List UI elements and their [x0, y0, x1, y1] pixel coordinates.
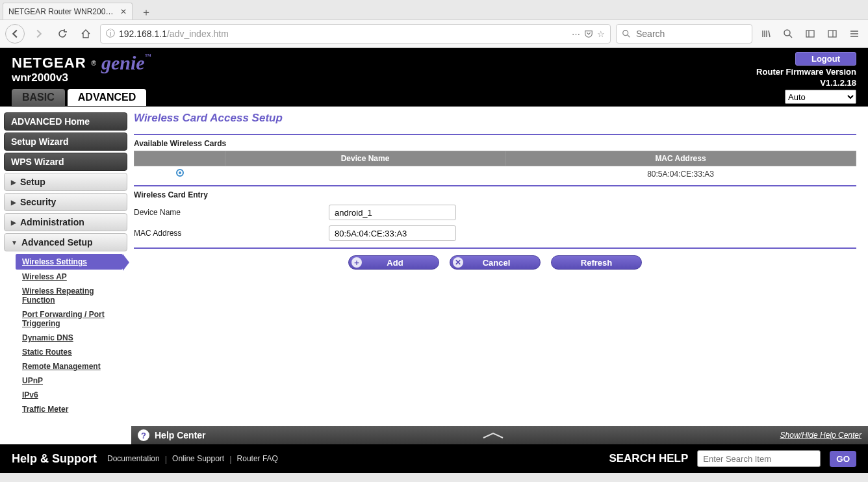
button-bar: ＋ Add ✕ Cancel Refresh: [134, 255, 856, 270]
sidebar-item-advanced-setup[interactable]: ▼Advanced Setup: [4, 233, 127, 251]
sidebar-item-administration[interactable]: ▶Administration: [4, 213, 127, 231]
footer-link-router-faq[interactable]: Router FAQ: [237, 454, 278, 463]
help-support-label: Help & Support: [12, 452, 97, 466]
x-icon: ✕: [453, 257, 463, 268]
divider: [134, 185, 856, 186]
help-center-bar[interactable]: ? Help Center Show/Hide Help Center: [131, 426, 868, 444]
plus-icon: ＋: [351, 257, 362, 268]
reload-button[interactable]: [53, 25, 71, 43]
tab-basic[interactable]: BASIC: [12, 89, 65, 106]
refresh-button[interactable]: Refresh: [551, 255, 642, 270]
subnav-wireless-repeating[interactable]: Wireless Repeating Function: [22, 284, 126, 307]
url-bar[interactable]: ⓘ 192.168.1.1/adv_index.htm ⋯ ☆: [100, 24, 611, 44]
footer-link-online-support[interactable]: Online Support: [172, 454, 224, 463]
svg-line-3: [789, 35, 792, 38]
home-button[interactable]: [77, 25, 95, 43]
browser-toolbar: ⓘ 192.168.1.1/adv_index.htm ⋯ ☆: [0, 19, 868, 48]
add-button[interactable]: ＋ Add: [348, 255, 439, 270]
search-help-label: SEARCH HELP: [609, 452, 688, 465]
go-button[interactable]: GO: [830, 451, 856, 467]
table-row[interactable]: 80:5A:04:CE:33:A3: [134, 166, 856, 182]
close-tab-icon[interactable]: ✕: [120, 7, 127, 16]
brand-netgear: NETGEAR: [12, 55, 86, 71]
page-body: ADVANCED Home Setup Wizard WPS Wizard ▶S…: [0, 107, 868, 444]
sidebar-submenu: Wireless Settings Wireless AP Wireless R…: [22, 254, 131, 416]
sidebar: ADVANCED Home Setup Wizard WPS Wizard ▶S…: [0, 107, 131, 444]
back-button[interactable]: [5, 24, 25, 44]
search-tool-icon[interactable]: [780, 25, 797, 42]
row-radio[interactable]: [176, 169, 184, 177]
svg-rect-6: [828, 31, 836, 37]
subnav-ipv6[interactable]: IPv6: [22, 388, 126, 402]
sidebar-item-security[interactable]: ▶Security: [4, 193, 127, 211]
library-icon[interactable]: [758, 25, 774, 42]
menu-icon[interactable]: [846, 25, 863, 42]
language-select[interactable]: Auto: [785, 90, 856, 104]
page-footer: Help & Support Documentation | Online Su…: [0, 444, 868, 473]
chevron-up-icon[interactable]: [480, 432, 506, 438]
tab-title: NETGEAR Router WNR2000v…: [8, 7, 116, 16]
search-help-input[interactable]: [697, 450, 821, 467]
subnav-wireless-ap[interactable]: Wireless AP: [22, 270, 126, 284]
svg-point-2: [784, 30, 790, 36]
brand: NETGEAR ® genie™: [12, 53, 856, 73]
sidebar-item-setup[interactable]: ▶Setup: [4, 173, 127, 191]
browser-tab[interactable]: NETGEAR Router WNR2000v… ✕: [3, 3, 133, 19]
mac-input[interactable]: [329, 225, 456, 241]
page-header: NETGEAR ® genie™ wnr2000v3 Logout Router…: [0, 48, 868, 107]
device-name-label: Device Name: [134, 208, 329, 217]
header-right: Logout Router Firmware Version V1.1.2.18: [756, 52, 856, 88]
tab-bar: NETGEAR Router WNR2000v… ✕ ＋: [0, 0, 868, 19]
entry-device-name-row: Device Name: [134, 202, 856, 223]
divider: [134, 134, 856, 135]
available-cards-table: Device Name MAC Address 80:5A:04:CE:33:A…: [134, 151, 856, 181]
sidebar-item-advanced-home[interactable]: ADVANCED Home: [4, 112, 127, 131]
subnav-port-forwarding[interactable]: Port Forwarding / Port Triggering: [22, 307, 126, 331]
search-icon: [622, 29, 631, 38]
language-dropdown[interactable]: Auto: [785, 90, 856, 104]
help-center-title: Help Center: [155, 430, 206, 440]
subnav-remote-management[interactable]: Remote Management: [22, 359, 126, 374]
pocket-icon[interactable]: [584, 29, 593, 38]
subnav-upnp[interactable]: UPnP: [22, 374, 126, 388]
entry-mac-row: MAC Address: [134, 223, 856, 244]
browser-chrome: NETGEAR Router WNR2000v… ✕ ＋ ⓘ 192.168.1…: [0, 0, 868, 48]
new-tab-button[interactable]: ＋: [138, 5, 155, 19]
sidebar-item-setup-wizard[interactable]: Setup Wizard: [4, 133, 127, 151]
page-actions-icon[interactable]: ⋯: [572, 29, 580, 39]
forward-button: [30, 25, 48, 43]
site-info-icon[interactable]: ⓘ: [106, 28, 115, 40]
browser-search[interactable]: [616, 24, 752, 44]
subnav-traffic-meter[interactable]: Traffic Meter: [22, 402, 126, 416]
subnav-wireless-settings[interactable]: Wireless Settings: [16, 254, 123, 270]
help-icon: ?: [138, 429, 149, 441]
main-content: Wireless Card Access Setup Available Wir…: [131, 107, 868, 444]
brand-genie: genie™: [101, 53, 151, 73]
cancel-button[interactable]: ✕ Cancel: [450, 255, 541, 270]
svg-line-1: [628, 35, 630, 38]
footer-link-documentation[interactable]: Documentation: [107, 454, 160, 463]
main-tabs: BASIC ADVANCED Auto: [12, 88, 856, 107]
sidebar-item-wps-wizard[interactable]: WPS Wizard: [4, 153, 127, 171]
sidebar-toggle-icon[interactable]: [802, 25, 819, 42]
device-name-input[interactable]: [329, 205, 456, 220]
row-mac: 80:5A:04:CE:33:A3: [505, 166, 856, 182]
toggle-help-link[interactable]: Show/Hide Help Center: [780, 431, 862, 440]
reader-icon[interactable]: [824, 25, 841, 42]
col-select: [134, 151, 225, 166]
caret-down-icon: ▼: [11, 239, 18, 246]
caret-right-icon: ▶: [11, 199, 16, 206]
entry-label: Wireless Card Entry: [134, 190, 856, 199]
svg-rect-4: [806, 31, 814, 37]
divider: [134, 247, 856, 249]
svg-point-0: [623, 31, 628, 36]
bookmark-star-icon[interactable]: ☆: [597, 29, 605, 39]
subnav-dynamic-dns[interactable]: Dynamic DNS: [22, 331, 126, 345]
mac-label: MAC Address: [134, 229, 329, 238]
col-mac: MAC Address: [505, 151, 856, 166]
subnav-static-routes[interactable]: Static Routes: [22, 345, 126, 359]
tab-advanced[interactable]: ADVANCED: [68, 89, 146, 106]
available-cards-label: Available Wireless Cards: [134, 139, 856, 148]
logout-button[interactable]: Logout: [795, 52, 856, 66]
browser-search-input[interactable]: [635, 28, 751, 40]
